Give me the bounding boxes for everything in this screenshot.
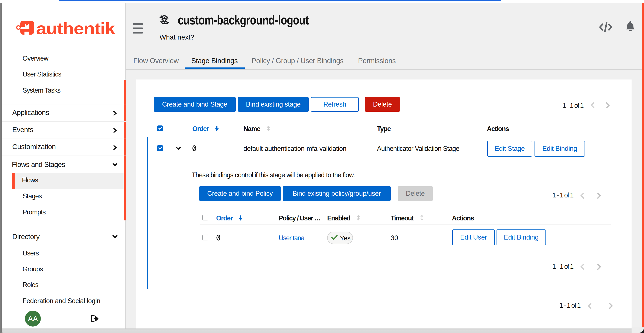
svg-text:authentik: authentik	[36, 19, 116, 38]
